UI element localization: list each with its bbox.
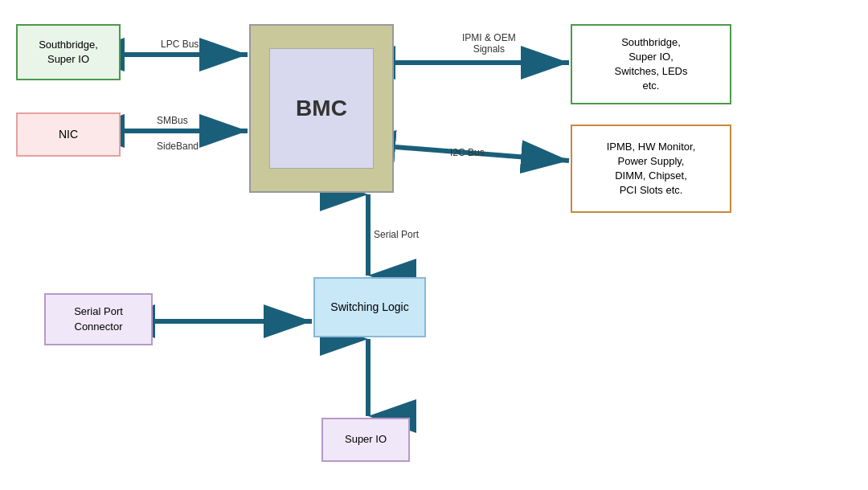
southbridge-right-label: Southbridge, Super IO, Switches, LEDs et… bbox=[614, 35, 687, 94]
switching-logic-label: Switching Logic bbox=[330, 300, 408, 316]
bmc-label: BMC bbox=[269, 48, 374, 169]
super-io-bottom-box: Super IO bbox=[321, 418, 410, 462]
i2c-bus-label: I2C Bus bbox=[450, 147, 485, 158]
sideband-label: SideBand bbox=[157, 141, 199, 152]
ipmi-oem-label: IPMI & OEM Signals bbox=[462, 32, 516, 55]
super-io-bottom-label: Super IO bbox=[345, 432, 387, 447]
i2c-label: IPMB, HW Monitor, Power Supply, DIMM, Ch… bbox=[607, 140, 696, 198]
bmc-diagram: BMC Southbridge, Super IO NIC Southbridg… bbox=[0, 0, 868, 490]
southbridge-right-box: Southbridge, Super IO, Switches, LEDs et… bbox=[571, 24, 731, 104]
lpc-bus-label: LPC Bus bbox=[161, 39, 199, 50]
serial-port-label: Serial Port bbox=[374, 229, 419, 240]
arrows-overlay bbox=[0, 0, 868, 490]
southbridge-left-box: Southbridge, Super IO bbox=[16, 24, 121, 80]
nic-box: NIC bbox=[16, 112, 121, 157]
nic-label: NIC bbox=[59, 127, 78, 143]
i2c-box: IPMB, HW Monitor, Power Supply, DIMM, Ch… bbox=[571, 125, 731, 213]
switching-logic-box: Switching Logic bbox=[313, 277, 426, 337]
bmc-box: BMC bbox=[249, 24, 394, 193]
southbridge-left-label: Southbridge, Super IO bbox=[39, 38, 98, 67]
serial-port-connector-box: Serial Port Connector bbox=[44, 293, 153, 345]
serial-port-connector-label: Serial Port Connector bbox=[74, 304, 123, 333]
smbus-label: SMBus bbox=[157, 115, 188, 126]
